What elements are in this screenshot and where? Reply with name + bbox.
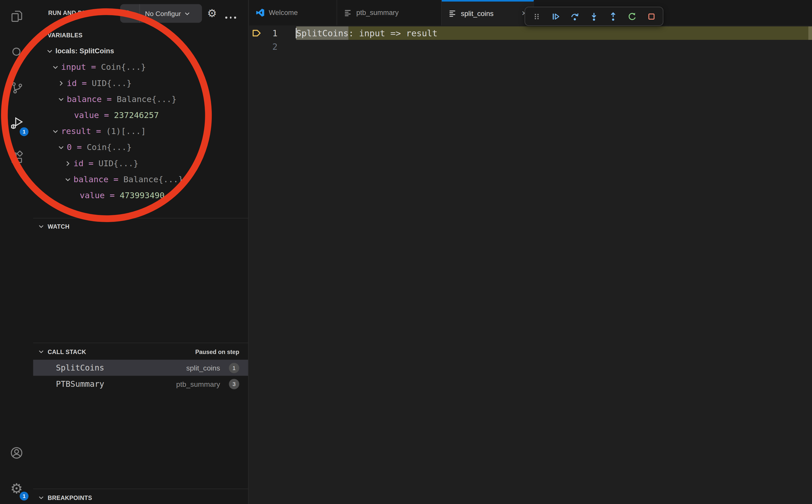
call-stack-section: CALL STACK Paused on step SplitCoins spl… bbox=[33, 344, 248, 489]
start-debugging-dropdown[interactable]: No Configur bbox=[120, 4, 202, 23]
run-and-debug-sidebar: RUN AND DEBUG No Configur ⚙ VARIABLES lo… bbox=[33, 0, 248, 504]
variables-tree: locals: SplitCoins input = Coin{...} id … bbox=[33, 43, 248, 203]
code-line-1[interactable]: 1 SplitCoins : input => result bbox=[249, 26, 812, 40]
chevron-down-icon bbox=[37, 494, 45, 502]
activity-source-control[interactable] bbox=[0, 76, 33, 101]
line-badge: 3 bbox=[229, 379, 239, 389]
activity-accounts[interactable] bbox=[0, 442, 33, 466]
chevron-down-icon bbox=[37, 223, 45, 230]
code-text: : input => result bbox=[348, 26, 812, 40]
sidebar-title: RUN AND DEBUG bbox=[48, 10, 100, 16]
call-stack-header[interactable]: CALL STACK Paused on step bbox=[33, 344, 248, 360]
activity-manage[interactable]: ⚙ 1 bbox=[0, 476, 33, 501]
variable-row-scope[interactable]: locals: SplitCoins bbox=[33, 43, 248, 59]
tab-welcome[interactable]: Welcome bbox=[249, 0, 337, 25]
variables-section: VARIABLES locals: SplitCoins input = Coi… bbox=[33, 27, 248, 219]
variable-row-balance[interactable]: balance = Balance{...} bbox=[33, 171, 248, 187]
chevron-down-icon[interactable] bbox=[45, 47, 54, 55]
tab-label: ptb_summary bbox=[356, 9, 398, 17]
vscode-window: 1 ⚙ 1 RUN AND DEBUG No Configur ⚙ bbox=[0, 0, 812, 504]
pause-status: Paused on step bbox=[195, 349, 248, 355]
variable-row-balance[interactable]: balance = Balance{...} bbox=[33, 91, 248, 107]
tab-ptb-summary[interactable]: ptb_summary bbox=[337, 0, 442, 25]
tab-label: Welcome bbox=[269, 9, 298, 17]
breakpoints-section: BREAKPOINTS bbox=[33, 490, 248, 504]
chevron-right-icon[interactable] bbox=[64, 159, 72, 167]
continue-button[interactable] bbox=[551, 12, 560, 21]
files-icon bbox=[10, 9, 24, 25]
extensions-icon bbox=[10, 150, 24, 166]
tab-label: split_coins bbox=[461, 10, 494, 18]
debug-current-step-icon bbox=[252, 28, 261, 38]
stop-button[interactable] bbox=[647, 12, 656, 21]
line-number: 1 bbox=[264, 26, 277, 40]
account-icon bbox=[9, 446, 24, 462]
chevron-down-icon bbox=[184, 10, 191, 18]
highlighted-token: SplitCoins bbox=[296, 26, 348, 40]
toolbar-drag-handle[interactable] bbox=[532, 12, 541, 21]
debug-badge: 1 bbox=[20, 127, 29, 136]
git-branch-icon bbox=[10, 80, 24, 96]
code-line-2[interactable]: 2 bbox=[249, 40, 812, 53]
search-icon bbox=[10, 45, 24, 61]
debug-toolbar bbox=[525, 7, 664, 26]
vscode-logo-icon bbox=[256, 8, 265, 17]
watch-header[interactable]: WATCH bbox=[33, 219, 248, 234]
play-icon[interactable] bbox=[120, 9, 139, 18]
step-over-button[interactable] bbox=[570, 12, 580, 21]
sidebar-titlebar: RUN AND DEBUG No Configur ⚙ bbox=[33, 0, 248, 27]
variable-row-result[interactable]: result = (1)[...] bbox=[33, 123, 248, 139]
manage-badge: 1 bbox=[20, 492, 29, 501]
debug-settings-gear-icon[interactable]: ⚙ bbox=[207, 7, 217, 20]
chevron-down-icon bbox=[37, 31, 45, 39]
variable-row-input[interactable]: input = Coin{...} bbox=[33, 59, 248, 75]
text-cursor bbox=[296, 28, 296, 38]
line-badge: 1 bbox=[229, 363, 239, 373]
line-number: 2 bbox=[264, 40, 277, 53]
breakpoints-header[interactable]: BREAKPOINTS bbox=[33, 490, 248, 504]
chevron-down-icon[interactable] bbox=[64, 175, 72, 183]
file-lines-icon bbox=[344, 9, 352, 17]
chevron-right-icon[interactable] bbox=[57, 79, 65, 87]
restart-button[interactable] bbox=[628, 12, 637, 21]
variable-row-id[interactable]: id = UID{...} bbox=[33, 155, 248, 171]
call-stack-frame[interactable]: SplitCoins split_coins 1 bbox=[33, 360, 248, 376]
code-editor[interactable]: 1 SplitCoins : input => result 2 bbox=[249, 26, 812, 53]
activity-search[interactable] bbox=[0, 41, 33, 66]
step-out-button[interactable] bbox=[608, 12, 618, 21]
activity-extensions[interactable] bbox=[0, 146, 33, 171]
step-into-button[interactable] bbox=[589, 12, 599, 21]
activity-explorer[interactable] bbox=[0, 5, 33, 29]
overview-ruler-mark bbox=[808, 26, 812, 40]
variables-header[interactable]: VARIABLES bbox=[33, 27, 248, 43]
variable-row-value[interactable]: value = 473993490 bbox=[33, 187, 248, 203]
watch-section: WATCH bbox=[33, 219, 248, 343]
debug-config-label: No Configur bbox=[140, 10, 183, 18]
activity-bar: 1 ⚙ 1 bbox=[0, 0, 33, 504]
chevron-down-icon[interactable] bbox=[57, 143, 65, 152]
activity-run-and-debug[interactable]: 1 bbox=[0, 112, 33, 137]
variable-row-id[interactable]: id = UID{...} bbox=[33, 75, 248, 91]
editor-group: Welcome ptb_summary split_coins × bbox=[249, 0, 812, 504]
chevron-down-icon[interactable] bbox=[51, 63, 60, 71]
chevron-down-icon bbox=[37, 348, 45, 356]
chevron-down-icon[interactable] bbox=[57, 95, 65, 103]
tab-split-coins[interactable]: split_coins × bbox=[442, 0, 534, 25]
variable-row-value[interactable]: value = 237246257 bbox=[33, 107, 248, 123]
call-stack-frame[interactable]: PTBSummary ptb_summary 3 bbox=[33, 376, 248, 392]
chevron-down-icon[interactable] bbox=[51, 127, 60, 136]
more-actions-icon[interactable] bbox=[224, 12, 237, 22]
variable-row-0[interactable]: 0 = Coin{...} bbox=[33, 139, 248, 155]
file-lines-icon bbox=[449, 9, 457, 18]
